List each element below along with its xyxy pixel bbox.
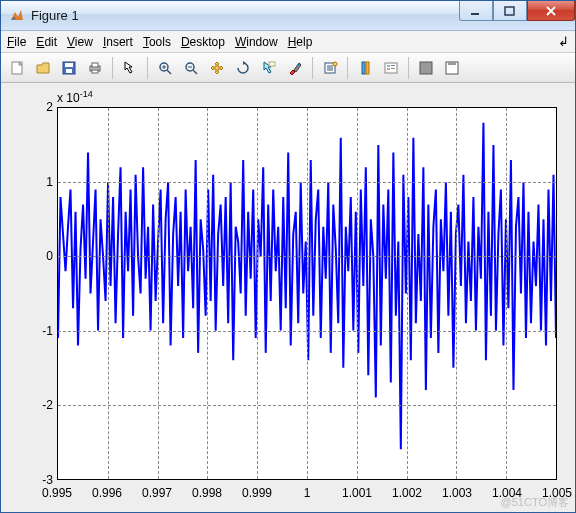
menu-insert[interactable]: Insert [103, 35, 133, 49]
edit-plot-button[interactable] [118, 56, 142, 80]
hide-tools-button[interactable] [414, 56, 438, 80]
menubar: FileEditViewInsertToolsDesktopWindowHelp… [1, 31, 575, 53]
svg-rect-18 [391, 68, 395, 69]
gridline-v [407, 108, 408, 479]
toolbar [1, 53, 575, 83]
svg-rect-7 [92, 63, 98, 67]
ytick-label: 2 [46, 100, 53, 114]
maximize-button[interactable] [493, 1, 527, 21]
svg-rect-5 [66, 69, 72, 73]
rotate3d-button[interactable] [231, 56, 255, 80]
xtick-label: 0.999 [242, 486, 272, 500]
save-button[interactable] [57, 56, 81, 80]
menu-edit[interactable]: Edit [36, 35, 57, 49]
svg-rect-1 [505, 7, 514, 15]
xtick-label: 0.997 [142, 486, 172, 500]
toolbar-separator [347, 57, 348, 79]
new-figure-button[interactable] [5, 56, 29, 80]
toolbar-separator [147, 57, 148, 79]
svg-rect-15 [366, 62, 369, 74]
menu-help[interactable]: Help [288, 35, 313, 49]
ytick-label: -2 [42, 398, 53, 412]
colorbar-button[interactable] [353, 56, 377, 80]
ytick-label: 1 [46, 175, 53, 189]
svg-rect-8 [92, 70, 98, 73]
titlebar[interactable]: Figure 1 [1, 1, 575, 31]
menu-file[interactable]: File [7, 35, 26, 49]
open-button[interactable] [31, 56, 55, 80]
print-button[interactable] [83, 56, 107, 80]
minimize-button[interactable] [459, 1, 493, 21]
y-exponent-label: x 10-14 [57, 89, 93, 105]
toolbar-separator [408, 57, 409, 79]
xtick-label: 0.996 [92, 486, 122, 500]
menu-window[interactable]: Window [235, 35, 278, 49]
svg-rect-17 [391, 65, 395, 66]
close-button[interactable] [527, 1, 575, 21]
toolbar-separator [312, 57, 313, 79]
xtick-label: 1.002 [392, 486, 422, 500]
data-cursor-button[interactable] [257, 56, 281, 80]
xtick-label: 1.005 [542, 486, 572, 500]
svg-rect-21 [448, 62, 456, 65]
window-controls [459, 1, 575, 30]
xtick-label: 1.003 [442, 486, 472, 500]
xtick-label: 0.995 [42, 486, 72, 500]
gridline-v [108, 108, 109, 479]
gridline-v [357, 108, 358, 479]
gridline-v [158, 108, 159, 479]
toolbar-separator [112, 57, 113, 79]
xtick-label: 1.004 [492, 486, 522, 500]
xtick-label: 1 [304, 486, 311, 500]
xtick-label: 0.998 [192, 486, 222, 500]
gridline-v [307, 108, 308, 479]
xtick-label: 1.001 [342, 486, 372, 500]
gridline-v [257, 108, 258, 479]
link-button[interactable] [318, 56, 342, 80]
ytick-label: -1 [42, 324, 53, 338]
gridline-v [456, 108, 457, 479]
zoom-in-button[interactable] [153, 56, 177, 80]
gridline-v [207, 108, 208, 479]
figure-window: Figure 1 FileEditViewInsertToolsDesktopW… [0, 0, 576, 513]
svg-rect-19 [420, 62, 432, 74]
svg-rect-14 [362, 62, 365, 74]
axes[interactable] [57, 107, 557, 480]
matlab-icon [9, 8, 25, 24]
zoom-out-button[interactable] [179, 56, 203, 80]
figure-content: x 10-14 @51CTO博客 -3-2-10120.9950.9960.99… [1, 83, 575, 512]
ytick-label: 0 [46, 249, 53, 263]
svg-rect-4 [65, 63, 73, 67]
menu-tools[interactable]: Tools [143, 35, 171, 49]
svg-rect-0 [471, 13, 479, 15]
svg-point-13 [333, 62, 337, 66]
legend-button[interactable] [379, 56, 403, 80]
brush-button[interactable] [283, 56, 307, 80]
menu-desktop[interactable]: Desktop [181, 35, 225, 49]
pan-button[interactable] [205, 56, 229, 80]
show-tools-button[interactable] [440, 56, 464, 80]
svg-rect-11 [269, 62, 275, 66]
gridline-v [506, 108, 507, 479]
window-title: Figure 1 [31, 8, 459, 23]
menu-view[interactable]: View [67, 35, 93, 49]
ytick-label: -3 [42, 473, 53, 487]
dock-icon[interactable]: ↲ [558, 34, 569, 49]
